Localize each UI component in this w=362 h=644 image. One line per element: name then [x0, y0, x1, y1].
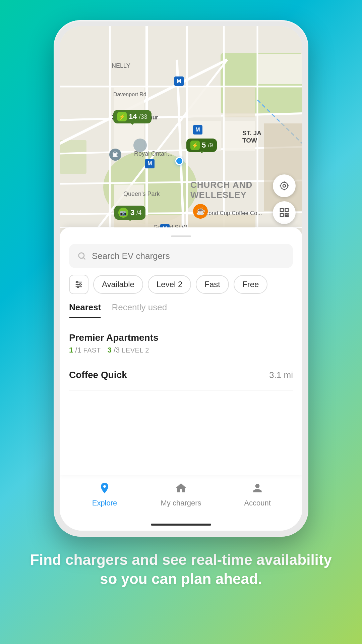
map-view[interactable]: NELLY Davenport Rd 20 Prince Arthur Roya… — [60, 26, 302, 234]
nav-my-chargers-label: My chargers — [161, 499, 201, 507]
stat-fast-available: 1 — [69, 346, 73, 355]
svg-point-48 — [77, 286, 79, 288]
bottom-nav: Explore My chargers Account — [60, 475, 302, 519]
svg-point-32 — [281, 182, 288, 189]
poi-museum: 🏛 — [109, 149, 121, 161]
home-indicator — [60, 519, 302, 531]
account-icon — [249, 480, 265, 496]
phone-frame: NELLY Davenport Rd 20 Prince Arthur Roya… — [54, 20, 308, 537]
svg-rect-25 — [225, 121, 255, 151]
home-bar — [151, 524, 211, 526]
nav-explore[interactable]: Explore — [66, 480, 143, 507]
user-location-dot — [175, 157, 183, 165]
caption-text: Find chargers and see real-time availabi… — [27, 550, 335, 588]
svg-line-42 — [83, 258, 85, 259]
location-button[interactable] — [273, 174, 296, 197]
nav-account[interactable]: Account — [219, 480, 296, 507]
tab-nearest[interactable]: Nearest — [69, 302, 101, 317]
marker-available-1: 14 — [129, 112, 137, 121]
svg-rect-22 — [188, 87, 221, 117]
drag-handle — [171, 235, 191, 237]
charger-stats-premier: 1 /1 FAST 3 /3 LEVEL 2 — [69, 346, 293, 355]
marker-total-3: /4 — [136, 209, 141, 216]
charger-item-premier[interactable]: Premier Apartments 1 /1 FAST 3 /3 LEVEL … — [69, 325, 293, 362]
marker-14-33[interactable]: ⚡ 14/33 — [113, 110, 152, 123]
svg-point-29 — [133, 139, 147, 152]
sliders-icon — [74, 280, 83, 289]
bolt-icon-2: ⚡ — [190, 141, 200, 150]
metro-marker-3: M — [145, 159, 155, 168]
stat-level2-type: LEVEL 2 — [122, 346, 149, 354]
charger-distance-coffee: 3.1 mi — [269, 370, 293, 380]
search-icon — [77, 251, 86, 261]
svg-rect-3 — [60, 140, 86, 174]
nav-account-label: Account — [244, 499, 271, 507]
marker-available-3: 3 — [130, 208, 134, 217]
svg-rect-26 — [258, 54, 302, 84]
filter-row: Available Level 2 Fast Free — [69, 275, 293, 294]
my-chargers-icon — [173, 480, 189, 496]
qr-scan-button[interactable] — [273, 201, 296, 224]
svg-rect-36 — [285, 214, 287, 215]
filter-available-chip[interactable]: Available — [93, 275, 143, 294]
filter-free-chip[interactable]: Free — [234, 275, 267, 294]
svg-rect-24 — [225, 87, 255, 117]
svg-rect-37 — [288, 214, 288, 214]
marker-3-4[interactable]: 📷 3/4 — [114, 206, 145, 220]
marker-total-1: /33 — [139, 113, 147, 120]
charger-list: Premier Apartments 1 /1 FAST 3 /3 LEVEL … — [69, 325, 293, 475]
svg-point-46 — [76, 281, 78, 283]
stat-fast: 1 /1 FAST — [69, 346, 101, 355]
svg-rect-35 — [280, 214, 283, 217]
nav-explore-label: Explore — [92, 499, 117, 507]
svg-point-31 — [283, 184, 286, 187]
phone-screen: NELLY Davenport Rd 20 Prince Arthur Roya… — [60, 26, 302, 531]
svg-rect-33 — [280, 209, 283, 212]
bottom-sheet: Available Level 2 Fast Free Nearest Rece… — [60, 227, 302, 475]
charger-name-coffee: Coffee Quick — [69, 370, 127, 380]
tabs-row: Nearest Recently used — [69, 302, 293, 318]
caption-section: Find chargers and see real-time availabi… — [0, 550, 362, 588]
svg-rect-38 — [285, 216, 286, 217]
search-bar[interactable] — [69, 244, 293, 268]
metro-marker-1: M — [174, 76, 184, 86]
filter-fast-chip[interactable]: Fast — [196, 275, 229, 294]
metro-marker-2: M — [193, 125, 202, 135]
filter-level2-chip[interactable]: Level 2 — [148, 275, 191, 294]
charger-name-premier: Premier Apartments — [69, 332, 159, 343]
search-input[interactable] — [92, 251, 285, 261]
poi-coffee: ☕ — [193, 204, 208, 219]
marker-available-2: 5 — [202, 141, 206, 150]
tab-recently-used[interactable]: Recently used — [112, 302, 167, 317]
stat-fast-total: /1 — [75, 346, 81, 355]
charger-item-coffee[interactable]: Coffee Quick 3.1 mi — [69, 362, 293, 391]
marker-5-9[interactable]: ⚡ 5/9 — [186, 139, 217, 152]
stat-level2-total: /3 — [114, 346, 120, 355]
svg-point-47 — [79, 284, 81, 285]
map-background — [60, 26, 302, 234]
bolt-icon-1: ⚡ — [117, 112, 127, 121]
filter-icon-button[interactable] — [69, 275, 88, 294]
marker-total-2: /9 — [208, 142, 213, 149]
stat-fast-type: FAST — [83, 346, 101, 354]
nav-my-chargers[interactable]: My chargers — [143, 480, 219, 507]
svg-rect-34 — [285, 209, 288, 212]
svg-point-41 — [79, 253, 84, 258]
explore-icon — [97, 480, 113, 496]
stat-level2: 3 /3 LEVEL 2 — [108, 346, 149, 355]
stat-level2-available: 3 — [108, 346, 112, 355]
svg-rect-40 — [288, 215, 288, 217]
camera-icon: 📷 — [118, 208, 128, 218]
map-controls — [273, 174, 296, 224]
